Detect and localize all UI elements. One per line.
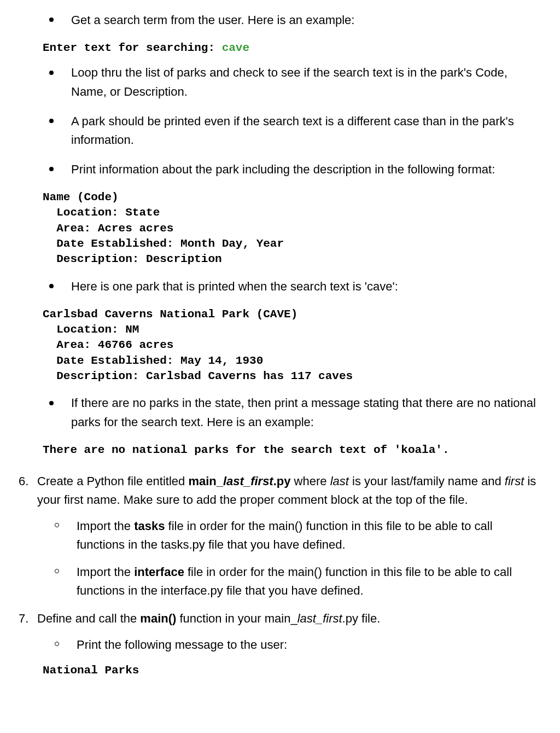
sub-bullet-list: Print the following message to the user:	[37, 636, 541, 654]
step-7: 7. Define and call the main() function i…	[19, 609, 541, 679]
code-user-input: cave	[222, 42, 249, 54]
bullet-item: Loop thru the list of parks and check to…	[49, 63, 541, 101]
bullet-text: Print information about the park includi…	[71, 162, 495, 176]
bullet-item: A park should be printed even if the sea…	[49, 112, 541, 149]
code-block-example-output: Carlsbad Caverns National Park (CAVE) Lo…	[43, 307, 541, 385]
sub-bullet-item: Print the following message to the user:	[55, 636, 541, 654]
sub-bullet-item: Import the tasks file in order for the m…	[55, 517, 541, 554]
bullet-list-top: Get a search term from the user. Here is…	[19, 11, 541, 30]
sub-bullet-item: Import the interface file in order for t…	[55, 563, 541, 600]
code-block-no-results: There are no national parks for the sear…	[43, 443, 541, 458]
code-block-national-parks: National Parks	[43, 663, 541, 678]
code-text: Enter text for searching:	[43, 42, 222, 54]
bullet-text: Loop thru the list of parks and check to…	[71, 66, 508, 98]
numbered-list: 6. Create a Python file entitled main_la…	[19, 472, 541, 678]
bullet-item: Print information about the park includi…	[49, 160, 541, 179]
bullet-list-mid3: If there are no parks in the state, then…	[19, 394, 541, 431]
bullet-item: If there are no parks in the state, then…	[49, 394, 541, 431]
bullet-text: Get a search term from the user. Here is…	[71, 13, 354, 27]
bullet-list-mid1: Loop thru the list of parks and check to…	[19, 63, 541, 178]
step-number: 7.	[19, 609, 28, 628]
step-text: Define and call the main() function in y…	[37, 612, 380, 625]
step-6: 6. Create a Python file entitled main_la…	[19, 472, 541, 601]
bullet-item: Get a search term from the user. Here is…	[49, 11, 541, 30]
bullet-text: A park should be printed even if the sea…	[71, 114, 514, 147]
bullet-list-mid2: Here is one park that is printed when th…	[19, 277, 541, 296]
step-number: 6.	[19, 472, 28, 491]
bullet-text: If there are no parks in the state, then…	[71, 396, 536, 428]
code-block-search-prompt: Enter text for searching: cave	[43, 40, 541, 56]
sub-bullet-list: Import the tasks file in order for the m…	[37, 517, 541, 600]
step-text: Create a Python file entitled main_last_…	[37, 474, 536, 507]
bullet-text: Here is one park that is printed when th…	[71, 280, 398, 293]
code-block-format-template: Name (Code) Location: State Area: Acres …	[43, 190, 541, 267]
bullet-item: Here is one park that is printed when th…	[49, 277, 541, 296]
